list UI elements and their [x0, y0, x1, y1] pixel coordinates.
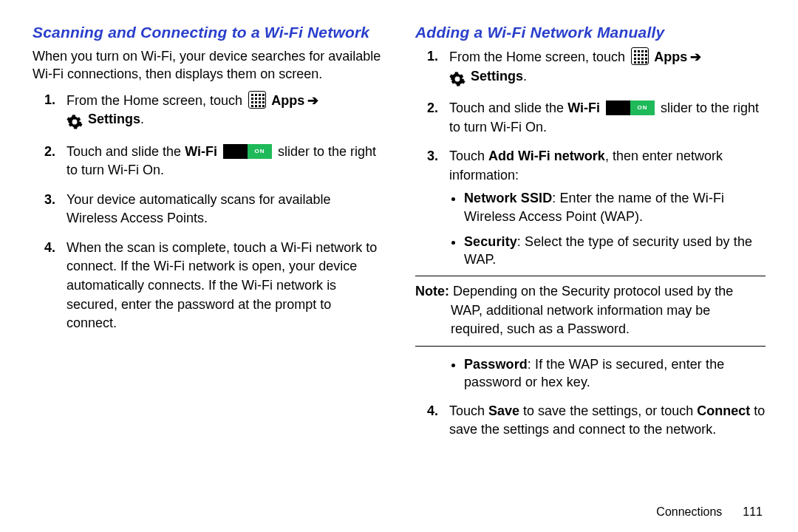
settings-gear-icon [449, 70, 467, 89]
steps-list-right: From the Home screen, touch Apps➔ Settin… [415, 47, 765, 440]
bullet-password: Password: If the WAP is secured, enter t… [464, 355, 765, 392]
apps-label: Apps [654, 50, 687, 64]
step-text: to save the settings, or touch [519, 403, 697, 418]
section-heading-adding: Adding a Wi-Fi Network Manually [415, 24, 765, 41]
bullet-list-bottom: Password: If the WAP is secured, enter t… [449, 355, 765, 392]
slider-on-label: ON [630, 100, 655, 115]
note-block: Note: Depending on the Security protocol… [415, 276, 765, 347]
right-column: Adding a Wi-Fi Network Manually From the… [399, 24, 776, 532]
step-2-left: Touch and slide the Wi-Fi ON slider to t… [66, 143, 383, 180]
bullet-label: Security [464, 234, 517, 249]
settings-gear-icon [66, 113, 84, 132]
section-heading-scanning: Scanning and Connecting to a Wi-Fi Netwo… [33, 24, 383, 41]
svg-point-0 [72, 120, 77, 124]
step-text: Touch [449, 149, 488, 163]
svg-point-1 [455, 77, 460, 81]
manual-page: Scanning and Connecting to a Wi-Fi Netwo… [0, 0, 798, 532]
wifi-slider-icon: ON [606, 100, 655, 115]
wifi-slider-icon: ON [223, 144, 272, 159]
step-3-left: Your device automatically scans for avai… [66, 191, 383, 228]
steps-list-left: From the Home screen, touch Apps➔ Settin… [33, 91, 383, 333]
arrow-icon: ➔ [307, 93, 318, 108]
step-1-right: From the Home screen, touch Apps➔ Settin… [449, 47, 765, 89]
wifi-label: Wi-Fi [567, 100, 600, 115]
step-text: Touch and slide the [449, 100, 567, 115]
intro-paragraph: When you turn on Wi-Fi, your device sear… [33, 47, 383, 83]
step-text: From the Home screen, touch [66, 93, 242, 108]
step-text: From the Home screen, touch [449, 50, 625, 64]
apps-grid-icon [631, 47, 649, 65]
add-wifi-label: Add Wi-Fi network [488, 149, 605, 163]
note-label: Note: [415, 284, 449, 299]
apps-label: Apps [271, 93, 304, 108]
bullet-label: Network SSID [464, 191, 552, 205]
step-text: Touch and slide the [66, 144, 185, 159]
bullet-label: Password [464, 357, 528, 372]
bullet-security: Security: Select the type of security us… [464, 233, 765, 269]
step-dot: . [140, 112, 144, 126]
step-4-right: Touch Save to save the settings, or touc… [449, 402, 765, 440]
step-text: Touch [449, 403, 488, 418]
left-column: Scanning and Connecting to a Wi-Fi Netwo… [22, 24, 399, 532]
footer-section: Connections [656, 505, 722, 518]
step-4-left: When the scan is complete, touch a Wi-Fi… [66, 239, 383, 333]
save-label: Save [488, 403, 519, 418]
step-dot: . [523, 69, 527, 83]
bullet-list-top: Network SSID: Enter the name of the Wi-F… [449, 189, 765, 268]
connect-label: Connect [697, 403, 750, 418]
settings-label: Settings [88, 112, 140, 126]
step-3-right: Touch Add Wi-Fi network, then enter netw… [449, 147, 765, 391]
arrow-icon: ➔ [690, 50, 701, 64]
wifi-label: Wi-Fi [185, 144, 217, 159]
step-2-right: Touch and slide the Wi-Fi ON slider to t… [449, 99, 765, 137]
slider-on-label: ON [248, 144, 272, 159]
apps-grid-icon [248, 91, 266, 109]
page-footer: Connections111 [656, 505, 763, 519]
bullet-ssid: Network SSID: Enter the name of the Wi-F… [464, 189, 765, 225]
step-1-left: From the Home screen, touch Apps➔ Settin… [66, 91, 383, 132]
footer-page-number: 111 [743, 505, 763, 518]
settings-label: Settings [471, 69, 523, 83]
note-text: Depending on the Security protocol used … [449, 284, 733, 335]
